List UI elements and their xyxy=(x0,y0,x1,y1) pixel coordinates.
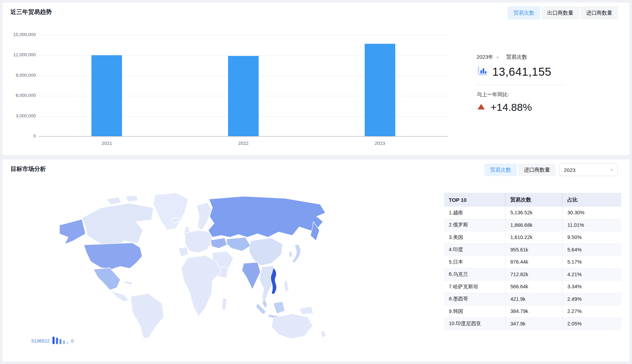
table-cell: 4.印度 xyxy=(444,244,505,256)
table-header-row: TOP 10贸易次数占比 xyxy=(444,193,621,207)
country-canada xyxy=(82,203,153,246)
trend-bar-chart xyxy=(39,35,448,136)
country-kazakhstan xyxy=(226,237,251,251)
table-cell: 876.44k xyxy=(505,256,562,268)
year-select-value: 2023 xyxy=(564,167,575,173)
trade-dashboard: { "theme": { "accent_blue": "#3f96f3", "… xyxy=(0,0,632,364)
world-map[interactable] xyxy=(49,189,334,341)
bar-chart-icon xyxy=(477,66,488,78)
table-row: 9.韩国384.79k2.27% xyxy=(444,305,621,318)
table-cell: 4.21% xyxy=(562,268,621,281)
table-cell: 30.30% xyxy=(562,207,621,219)
yoy-value: +14.88% xyxy=(491,101,532,113)
table-cell: 2.俄罗斯 xyxy=(444,219,505,231)
legend-bar xyxy=(56,338,58,344)
table-cell: 347.9k xyxy=(505,318,562,330)
market-tab-importer-count[interactable]: 进口商数量 xyxy=(518,164,556,176)
trend-tab-group: 贸易次数 出口商数量 进口商数量 xyxy=(508,6,618,19)
legend-max-label: 5136522 xyxy=(31,338,50,344)
table-row: 3.美国1,610.22k9.50% xyxy=(444,231,621,244)
bar-2021 xyxy=(91,55,122,136)
table-cell: 5.64% xyxy=(562,244,621,256)
market-card: 目标市场分析 贸易次数 进口商数量 2023 ∨ xyxy=(2,159,630,362)
table-cell: 2.05% xyxy=(562,318,621,330)
table-cell: 1.越南 xyxy=(444,207,505,219)
country-alaska xyxy=(59,219,86,244)
bar-2022 xyxy=(228,56,259,136)
trend-stat-panel: 2023年 ∨ 贸易次数 13,641,155 与上一年同比: xyxy=(477,54,577,113)
market-tab-trade-count[interactable]: 贸易次数 xyxy=(484,164,517,176)
table-cell: 11.01% xyxy=(562,219,621,231)
map-legend: 5136522 0 xyxy=(30,335,75,344)
y-axis-label: 15,000,000 xyxy=(3,32,36,37)
table-header-cell: TOP 10 xyxy=(444,193,505,207)
country-china xyxy=(249,238,283,266)
legend-bar xyxy=(63,340,65,344)
table-row: 8.墨西哥421.9k2.49% xyxy=(444,293,621,306)
chevron-down-icon: ∨ xyxy=(610,168,613,172)
legend-bar xyxy=(59,339,62,344)
bar-2023 xyxy=(365,44,395,136)
iceland xyxy=(171,218,179,223)
triangle-up-icon xyxy=(477,102,486,113)
x-axis-label: 2022 xyxy=(175,141,312,146)
arctic-island xyxy=(125,196,138,202)
chevron-down-icon[interactable]: ∨ xyxy=(496,55,499,59)
arctic-island xyxy=(106,197,121,205)
table-row: 7.哈萨克斯坦566.64k3.34% xyxy=(444,281,621,293)
south-america xyxy=(131,293,164,339)
country-korea xyxy=(289,251,292,257)
trend-card: 近三年贸易趋势 贸易次数 出口商数量 进口商数量 03,000,0006,000… xyxy=(2,2,630,155)
y-axis-label: 0 xyxy=(3,133,36,139)
country-india xyxy=(242,262,260,289)
table-cell: 8.墨西哥 xyxy=(444,293,505,305)
table-cell: 1,866.68k xyxy=(505,219,562,231)
y-axis-label: 3,000,000 xyxy=(3,113,36,118)
country-ukraine xyxy=(211,238,227,248)
top10-table: TOP 10贸易次数占比1.越南5,136.52k30.30%2.俄罗斯1,86… xyxy=(444,193,621,330)
new-zealand xyxy=(321,330,326,338)
table-cell: 7.哈萨克斯坦 xyxy=(444,281,505,293)
table-cell: 3.美国 xyxy=(444,231,505,243)
table-cell: 1,610.22k xyxy=(505,231,562,243)
country-japan xyxy=(292,244,301,263)
table-cell: 3.34% xyxy=(562,281,621,293)
legend-bar xyxy=(52,337,55,344)
table-cell: 5.17% xyxy=(562,256,621,268)
year-select[interactable]: 2023 ∨ xyxy=(559,164,618,176)
table-row: 6.乌克兰712.82k4.21% xyxy=(444,268,621,281)
australia xyxy=(272,314,313,339)
philippines xyxy=(284,280,289,293)
tab-exporter-count[interactable]: 出口商数量 xyxy=(541,6,579,19)
table-header-cell: 占比 xyxy=(562,193,621,207)
madagascar xyxy=(222,298,227,310)
table-row: 10.印度尼西亚347.9k2.05% xyxy=(444,318,621,330)
y-axis-label: 12,000,000 xyxy=(3,52,36,57)
country-us xyxy=(84,243,142,269)
gridline xyxy=(39,35,448,35)
table-cell: 5.日本 xyxy=(444,256,505,268)
country-russia xyxy=(208,196,325,237)
x-axis-label: 2021 xyxy=(39,141,175,146)
table-cell: 2.27% xyxy=(562,305,621,317)
iberia xyxy=(178,247,188,257)
y-axis-label: 6,000,000 xyxy=(3,93,36,98)
borneo xyxy=(273,301,285,314)
table-cell: 9.50% xyxy=(562,231,621,243)
table-cell: 9.韩国 xyxy=(444,305,505,317)
tab-importer-count[interactable]: 进口商数量 xyxy=(580,6,618,19)
table-row: 4.印度955.61k5.64% xyxy=(444,244,621,256)
table-cell: 955.61k xyxy=(505,244,562,256)
x-axis-label: 2023 xyxy=(311,141,448,146)
table-cell: 566.64k xyxy=(505,281,562,293)
year-dropdown[interactable]: 2023年 xyxy=(477,54,493,60)
legend-bar xyxy=(66,342,68,344)
table-cell: 10.印度尼西亚 xyxy=(444,318,505,330)
country-mexico xyxy=(94,268,120,290)
table-row: 5.日本876.44k5.17% xyxy=(444,256,621,268)
table-row: 2.俄罗斯1,866.68k11.01% xyxy=(444,219,621,232)
tab-trade-count[interactable]: 贸易次数 xyxy=(508,6,540,19)
table-header-cell: 贸易次数 xyxy=(505,193,562,207)
y-axis-label: 9,000,000 xyxy=(3,73,36,78)
table-row: 1.越南5,136.52k30.30% xyxy=(444,207,621,219)
